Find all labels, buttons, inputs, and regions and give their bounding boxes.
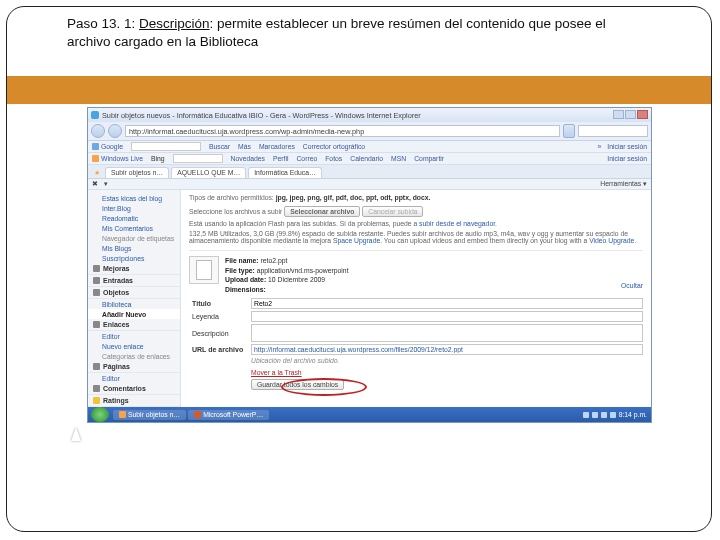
google-icon xyxy=(92,143,99,150)
descripcion-input[interactable] xyxy=(251,324,643,342)
clock: 8:14 p.m. xyxy=(619,411,647,418)
sidebar-item[interactable]: Nuevo enlace xyxy=(88,341,180,351)
gb-signin[interactable]: Iniciar sesión xyxy=(607,143,647,150)
titulo-input[interactable] xyxy=(251,298,643,309)
link-icon xyxy=(93,321,100,328)
taskbar-item[interactable]: Microsoft PowerP… xyxy=(188,410,269,420)
browser-window: Subir objetos nuevos - Informática Educa… xyxy=(87,107,652,423)
bing-input[interactable] xyxy=(173,154,223,163)
lb-signin[interactable]: Iniciar sesión xyxy=(607,155,647,162)
window-title: Subir objetos nuevos - Informática Educa… xyxy=(102,111,612,120)
lb-item[interactable]: Novedades xyxy=(231,155,265,162)
sidebar-item-biblioteca[interactable]: Biblioteca xyxy=(88,299,180,309)
sidebar-header-paginas[interactable]: Páginas xyxy=(88,361,180,373)
instruction-note: Paso 13. 1: Descripción: permite estable… xyxy=(7,7,711,54)
video-upgrade-link[interactable]: Video Upgrade xyxy=(589,237,634,244)
sidebar-header-objetos[interactable]: Objetos xyxy=(88,287,180,299)
leyenda-label: Leyenda xyxy=(189,312,251,321)
system-tray[interactable]: 8:14 p.m. xyxy=(579,411,651,418)
tab-bar: ★ Subir objetos n… AQUELLO QUE M… Inform… xyxy=(88,165,651,179)
sidebar-item[interactable]: Mis Comentarios xyxy=(88,223,180,233)
file-thumbnail xyxy=(189,256,219,284)
tab[interactable]: Informática Educa… xyxy=(248,167,322,178)
select-file-button[interactable]: Seleccionar archivo xyxy=(284,206,360,217)
gb-item[interactable]: Corrector ortográfico xyxy=(303,143,365,150)
upgrade-icon xyxy=(93,265,100,272)
sidebar-item[interactable]: Estas kicas del blog xyxy=(88,193,180,203)
window-buttons[interactable] xyxy=(612,110,648,121)
nav-bar: http://informat.caeducitucsi.uja.wordpre… xyxy=(88,122,651,141)
space-upgrade-link[interactable]: Space Upgrade xyxy=(333,237,380,244)
pin-icon xyxy=(93,277,100,284)
sidebar-header-enlaces[interactable]: Enlaces xyxy=(88,319,180,331)
ppt-icon xyxy=(194,411,201,418)
sidebar-header-comentarios[interactable]: Comentarios xyxy=(88,383,180,395)
orange-divider xyxy=(7,76,711,104)
sidebar-header-ratings[interactable]: Ratings xyxy=(88,395,180,407)
gb-item[interactable]: Marcadores xyxy=(259,143,295,150)
url-label: URL de archivo xyxy=(189,345,251,354)
save-all-button[interactable]: Guardar todos los cambios xyxy=(251,379,344,390)
google-toolbar: Google Buscar Más Marcadores Corrector o… xyxy=(88,141,651,153)
delete-link[interactable]: Mover a la Trash xyxy=(189,367,643,376)
star-icon xyxy=(93,397,100,404)
file-meta: File name: reto2.ppt File type: applicat… xyxy=(225,256,349,294)
comment-icon xyxy=(93,385,100,392)
forward-button[interactable] xyxy=(108,124,122,138)
ie-icon xyxy=(119,411,126,418)
page-icon xyxy=(93,363,100,370)
leyenda-input[interactable] xyxy=(251,311,643,322)
url-hint: Ubicación del archivo subido. xyxy=(189,357,643,364)
taskbar-item[interactable]: Subir objetos n… xyxy=(113,410,186,420)
lb-item[interactable]: Fotos xyxy=(325,155,342,162)
ie-icon xyxy=(91,111,99,119)
live-icon xyxy=(92,155,99,162)
sidebar-item-add-new[interactable]: Añadir Nuevo xyxy=(88,309,180,319)
start-button[interactable] xyxy=(91,407,109,422)
tools-menu[interactable]: Herramientas xyxy=(600,180,641,187)
sidebar-item[interactable]: Readomatic xyxy=(88,213,180,223)
live-toolbar: Windows Live Bing Novedades Perfil Corre… xyxy=(88,153,651,165)
sidebar-header-mejoras[interactable]: Mejoras xyxy=(88,263,180,275)
lb-item[interactable]: Correo xyxy=(296,155,317,162)
sidebar-item[interactable]: Navegador de etiquetas xyxy=(88,233,180,243)
lb-item[interactable]: MSN xyxy=(391,155,406,162)
sidebar-item[interactable]: Editor xyxy=(88,331,180,341)
lb-item[interactable]: Perfil xyxy=(273,155,289,162)
cancel-upload-button[interactable]: Cancelar subida xyxy=(362,206,423,217)
note-key: Descripción xyxy=(139,16,210,31)
allowed-types: Tipos de archivo permitidos: jpg, jpeg, … xyxy=(189,194,643,201)
main-content: Tipos de archivo permitidos: jpg, jpeg, … xyxy=(181,190,651,410)
refresh-button[interactable] xyxy=(563,124,575,138)
media-icon xyxy=(93,289,100,296)
gb-item[interactable]: Más xyxy=(238,143,251,150)
tab[interactable]: Subir objetos n… xyxy=(105,167,169,178)
sidebar-item[interactable]: Inter.Blog xyxy=(88,203,180,213)
search-box[interactable] xyxy=(578,125,648,137)
url-input[interactable] xyxy=(251,344,643,355)
hide-link[interactable]: Ocultar xyxy=(621,282,643,289)
titulo-label: Título xyxy=(189,299,251,308)
tab[interactable]: AQUELLO QUE M… xyxy=(171,167,246,178)
sidebar-item[interactable]: Suscripciones xyxy=(88,253,180,263)
note-prefix: Paso 13. 1: xyxy=(67,16,139,31)
browser-upload-link[interactable]: subir desde el navegador xyxy=(419,220,495,227)
lb-item[interactable]: Calendario xyxy=(350,155,383,162)
command-bar: ✖▾ Herramientas ▾ xyxy=(88,179,651,190)
sidebar-item[interactable]: Editor xyxy=(88,373,180,383)
cursor-arrow xyxy=(65,427,87,449)
sidebar-header-entradas[interactable]: Entradas xyxy=(88,275,180,287)
address-bar[interactable]: http://informat.caeducitucsi.uja.wordpre… xyxy=(125,125,560,137)
gb-item[interactable]: Buscar xyxy=(209,143,230,150)
wp-sidebar: Estas kicas del blog Inter.Blog Readomat… xyxy=(88,190,181,410)
sidebar-item[interactable]: Mis Blogs xyxy=(88,243,180,253)
taskbar: Subir objetos n… Microsoft PowerP… 8:14 … xyxy=(88,407,651,422)
back-button[interactable] xyxy=(91,124,105,138)
sidebar-item[interactable]: Categorías de enlaces xyxy=(88,351,180,361)
lb-item[interactable]: Compartir xyxy=(414,155,444,162)
descripcion-label: Descripción xyxy=(189,329,251,338)
titlebar: Subir objetos nuevos - Informática Educa… xyxy=(88,108,651,122)
google-search-input[interactable] xyxy=(131,142,201,151)
